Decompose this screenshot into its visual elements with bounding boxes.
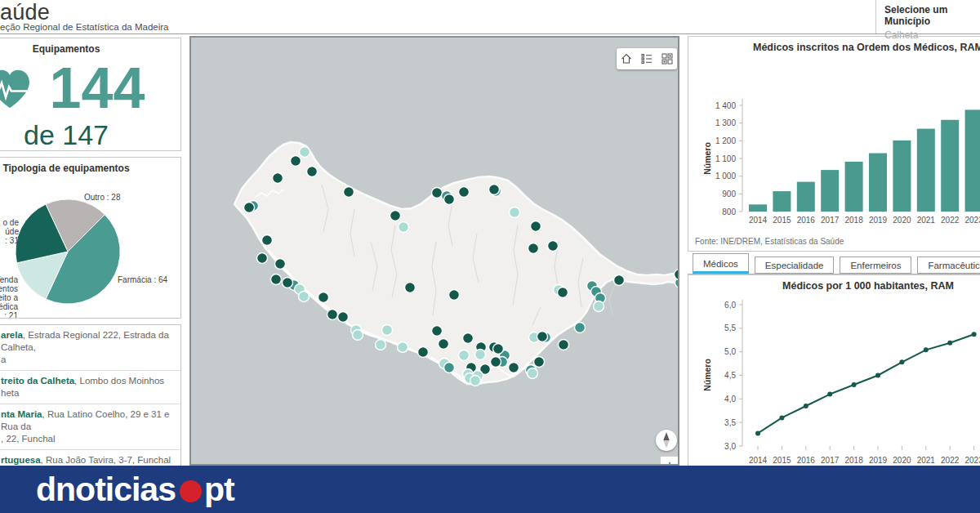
facility-dot[interactable] (299, 292, 310, 302)
facility-dot[interactable] (463, 333, 474, 344)
bar-2018[interactable] (845, 162, 863, 212)
facility-dot[interactable] (399, 222, 409, 233)
facility-list-item[interactable]: nta Maria, Rua Latino Coelho, 29 e 31 e … (0, 404, 180, 450)
pie-label: Venda (0, 275, 18, 284)
facility-dot[interactable] (271, 274, 282, 285)
bar-2014[interactable] (749, 204, 767, 212)
facility-dot[interactable] (537, 332, 548, 342)
tab-farmacêuticos[interactable]: Farmacêuticos (917, 256, 980, 274)
facility-list-item[interactable]: arela, Estrada Regional 222, Estrada da … (0, 325, 180, 371)
facility-dot[interactable] (528, 243, 539, 254)
svg-text:Número: Número (702, 359, 712, 391)
line-point-2021[interactable] (924, 347, 929, 352)
facility-dot[interactable] (432, 188, 443, 199)
basemap-icon[interactable] (661, 52, 674, 65)
facility-dot[interactable] (594, 301, 604, 312)
line-point-2020[interactable] (899, 359, 904, 364)
facility-dot[interactable] (548, 241, 559, 252)
left-column: Equipamentos 144 de 147 Tipologia de equ… (0, 38, 181, 513)
facility-dot[interactable] (528, 368, 538, 379)
facility-dot[interactable] (432, 326, 443, 337)
municipality-selector[interactable]: Selecione um Município Calheta (884, 4, 980, 41)
facility-dot[interactable] (291, 156, 301, 167)
tab-médicos[interactable]: Médicos (693, 253, 749, 274)
facility-dot[interactable] (675, 270, 680, 280)
facility-dot[interactable] (344, 187, 354, 198)
madeira-map[interactable]: + (189, 36, 679, 466)
facility-dot[interactable] (531, 221, 541, 232)
facility-dot[interactable] (491, 357, 501, 368)
facility-dot[interactable] (614, 275, 625, 286)
svg-text:4,5: 4,5 (724, 371, 736, 380)
facility-dot[interactable] (327, 310, 338, 320)
doctors-bar-card: Médicos inscritos na Ordem dos Médicos, … (688, 36, 980, 252)
zoom-in-button[interactable]: + (660, 456, 679, 466)
bar-2016[interactable] (797, 182, 815, 212)
facility-dot[interactable] (283, 278, 293, 288)
facility-dot[interactable] (307, 167, 318, 177)
facility-dot[interactable] (475, 350, 486, 360)
bar-2022[interactable] (941, 120, 959, 212)
bar-2019[interactable] (869, 154, 887, 212)
facility-dot[interactable] (244, 203, 255, 213)
facility-dot[interactable] (405, 283, 416, 293)
tab-enfermeiros[interactable]: Enfermeiros (840, 256, 911, 274)
facility-dot[interactable] (444, 194, 455, 205)
svg-text:2020: 2020 (893, 216, 911, 225)
facility-dot[interactable] (459, 187, 470, 198)
facility-dot[interactable] (489, 185, 500, 195)
tab-especialidade[interactable]: Especialidade (755, 256, 835, 274)
line-point-2015[interactable] (779, 415, 784, 420)
facility-dot[interactable] (449, 290, 460, 301)
facility-dot[interactable] (318, 292, 329, 303)
facility-dot[interactable] (559, 340, 569, 350)
line-point-2014[interactable] (755, 430, 760, 435)
brand-logo[interactable]: dnoticias pt (36, 473, 234, 506)
facility-dot[interactable] (470, 376, 481, 386)
facility-dot[interactable] (338, 312, 349, 323)
facility-list-item[interactable]: treito da Calheta, Lombo dos Moinhosheta (0, 371, 180, 404)
facility-dot[interactable] (575, 323, 586, 333)
facility-dot[interactable] (376, 340, 386, 350)
svg-text:2018: 2018 (844, 456, 863, 465)
facility-dot[interactable] (257, 253, 268, 264)
bar-2015[interactable] (773, 191, 791, 212)
line-point-2022[interactable] (947, 341, 952, 346)
facility-dot[interactable] (398, 342, 408, 353)
compass-button[interactable] (656, 430, 677, 451)
bar-2020[interactable] (893, 141, 911, 212)
svg-text:1 300: 1 300 (715, 118, 736, 127)
facility-dot[interactable] (493, 344, 504, 355)
facility-dot[interactable] (262, 235, 273, 246)
facility-dot[interactable] (353, 330, 363, 341)
pie-label: : 21 (4, 311, 18, 318)
facility-dot[interactable] (382, 325, 393, 336)
line-point-2019[interactable] (875, 373, 880, 378)
bar-2021[interactable] (917, 129, 935, 212)
facility-dot[interactable] (510, 207, 520, 218)
facility-dot[interactable] (439, 339, 449, 350)
pie-label: Outro : 28 (84, 193, 121, 202)
line-point-2017[interactable] (827, 392, 832, 397)
facility-dot[interactable] (300, 147, 310, 158)
facility-dot[interactable] (418, 347, 429, 358)
facility-dot[interactable] (275, 259, 286, 270)
municipality-value[interactable]: Calheta (884, 29, 980, 41)
legend-icon[interactable] (640, 52, 653, 65)
facility-dot[interactable] (390, 211, 401, 221)
facility-dot[interactable] (558, 288, 568, 298)
bar-2023[interactable] (965, 109, 980, 212)
page-subtitle: eção Regional de Estatística da Madeira (0, 22, 168, 32)
facility-dot[interactable] (444, 363, 455, 373)
line-point-2023[interactable] (972, 332, 977, 337)
facility-dot[interactable] (459, 350, 470, 361)
line-point-2016[interactable] (804, 404, 808, 408)
svg-text:2017: 2017 (821, 456, 840, 465)
facility-dot[interactable] (509, 363, 519, 373)
facility-dot[interactable] (273, 173, 283, 184)
home-icon[interactable] (620, 52, 633, 65)
svg-text:2015: 2015 (773, 216, 791, 225)
bar-2017[interactable] (821, 170, 839, 212)
facility-dot[interactable] (534, 357, 545, 368)
line-point-2018[interactable] (852, 382, 857, 387)
